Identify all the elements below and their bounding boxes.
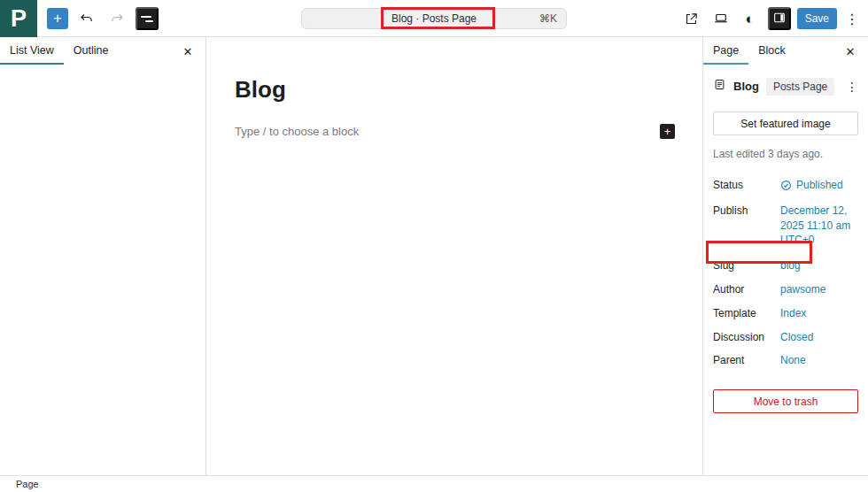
- author-value[interactable]: pawsome: [780, 282, 825, 297]
- undo-icon: [79, 11, 95, 27]
- command-center-bar[interactable]: Blog · Posts Page ⌘K: [301, 8, 567, 29]
- site-logo[interactable]: P: [0, 0, 37, 37]
- discussion-value[interactable]: Closed: [780, 330, 813, 345]
- laptop-icon: [713, 11, 729, 27]
- editor-canvas: Blog Type / to choose a block +: [207, 37, 702, 475]
- command-shortcut-hint: ⌘K: [539, 12, 557, 25]
- sidebar-icon: [772, 11, 787, 27]
- close-list-view-button[interactable]: ✕: [177, 41, 198, 62]
- last-edited-text: Last edited 3 days ago.: [713, 148, 858, 160]
- block-inserter-button[interactable]: +: [47, 8, 68, 29]
- redo-button[interactable]: [105, 7, 128, 30]
- meta-label: Author: [713, 282, 780, 297]
- document-title-breadcrumb: Blog · Posts Page: [391, 12, 477, 25]
- document-overview-button[interactable]: [136, 7, 159, 30]
- undo-button[interactable]: [75, 7, 98, 30]
- meta-row-publish: Publish December 12, 2025 11:10 am UTC+0: [713, 204, 858, 248]
- tab-block[interactable]: Block: [748, 37, 795, 65]
- settings-sidebar: Page Block ✕ Blog Posts Page ⋮ Set featu…: [702, 37, 868, 475]
- posts-page-badge: Posts Page: [766, 78, 834, 96]
- meta-row-author: Author pawsome: [713, 282, 858, 297]
- tab-page[interactable]: Page: [703, 37, 748, 65]
- set-featured-image-button[interactable]: Set featured image: [713, 111, 858, 135]
- list-view-panel: List View Outline ✕: [0, 37, 206, 475]
- document-name: Blog: [733, 80, 759, 93]
- move-to-trash-button[interactable]: Move to trash: [713, 389, 858, 413]
- options-menu-button[interactable]: ⋮: [843, 7, 861, 30]
- save-button[interactable]: Save: [797, 8, 837, 29]
- breadcrumb: Page: [0, 479, 39, 489]
- page-title[interactable]: Blog: [235, 76, 675, 104]
- meta-row-status: Status Published: [713, 178, 858, 193]
- editor-footer: Page: [0, 475, 868, 492]
- tab-outline[interactable]: Outline: [64, 37, 119, 65]
- meta-label: Status: [713, 178, 780, 193]
- meta-label: Template: [713, 306, 780, 321]
- meta-label: Discussion: [713, 330, 780, 345]
- tab-list-view[interactable]: List View: [0, 37, 64, 65]
- contrast-icon: ◐: [746, 12, 755, 27]
- block-placeholder-text[interactable]: Type / to choose a block: [235, 125, 359, 138]
- header-tools-left: +: [47, 0, 159, 37]
- meta-label: Publish: [713, 204, 780, 248]
- external-link-icon: [684, 12, 699, 27]
- list-view-tabbar: List View Outline ✕: [0, 37, 205, 65]
- settings-sidebar-toggle[interactable]: [768, 7, 791, 30]
- view-site-button[interactable]: [680, 7, 703, 30]
- add-block-button[interactable]: +: [660, 124, 675, 139]
- redo-icon: [109, 11, 125, 27]
- meta-row-discussion: Discussion Closed: [713, 330, 858, 345]
- close-settings-button[interactable]: ✕: [840, 41, 861, 62]
- publish-date-value[interactable]: December 12, 2025 11:10 am UTC+0: [780, 204, 858, 248]
- check-circle-icon: [780, 180, 792, 191]
- meta-label: Parent: [713, 353, 780, 368]
- editor-header: P +: [0, 0, 868, 37]
- meta-row-slug: Slug blog: [713, 258, 858, 273]
- status-value[interactable]: Published: [780, 178, 843, 193]
- close-icon: ✕: [846, 45, 856, 58]
- meta-row-parent: Parent None: [713, 353, 858, 368]
- page-document-icon: [713, 77, 726, 96]
- document-summary-row: Blog Posts Page ⋮: [713, 77, 858, 96]
- close-icon: ✕: [183, 45, 193, 58]
- settings-tabbar: Page Block ✕: [703, 37, 868, 65]
- page-actions-menu-button[interactable]: ⋮: [846, 80, 858, 94]
- parent-value[interactable]: None: [780, 353, 806, 368]
- page-meta-list: Status Published Publish: [713, 178, 858, 368]
- header-tools-right: ◐ Save ⋮: [680, 0, 861, 37]
- empty-block-row: Type / to choose a block +: [235, 124, 675, 139]
- style-book-button[interactable]: ◐: [739, 7, 762, 30]
- meta-label: Slug: [713, 258, 780, 273]
- meta-row-template: Template Index: [713, 306, 858, 321]
- preview-device-button[interactable]: [709, 7, 732, 30]
- slug-value[interactable]: blog: [780, 258, 801, 273]
- wordpress-block-editor: P +: [0, 0, 868, 492]
- template-value[interactable]: Index: [780, 306, 806, 321]
